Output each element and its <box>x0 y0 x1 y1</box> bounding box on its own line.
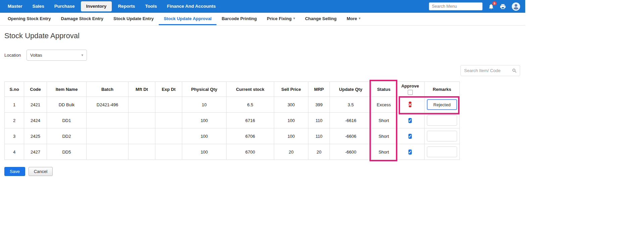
tab-label: More <box>347 16 357 21</box>
approve-checkbox[interactable]: ✓ <box>408 118 412 123</box>
approve-checkbox[interactable]: ✓ <box>408 134 412 139</box>
col-code: Code <box>24 82 47 97</box>
save-button[interactable]: Save <box>4 167 25 176</box>
col-sell-price: Sell Price <box>274 82 308 97</box>
cell-exp-dt <box>155 97 182 113</box>
nav-inventory[interactable]: Inventory <box>81 2 112 11</box>
cell-update-qty: -6606 <box>330 128 372 144</box>
cell-status: Short <box>372 144 396 160</box>
col-sno: S.no <box>5 82 24 97</box>
cell-approve: ✓ <box>396 113 425 128</box>
tab-label: Damage Stock Entry <box>61 16 103 21</box>
nav-reports[interactable]: Reports <box>113 0 140 13</box>
cell-mft-dt <box>129 97 155 113</box>
cell-current-stock: 6700 <box>227 144 274 160</box>
top-navigation: Master Sales Purchase Inventory Reports … <box>0 0 525 13</box>
remarks-input[interactable] <box>427 99 457 110</box>
nav-finance-and-accounts[interactable]: Finance And Accounts <box>162 0 220 13</box>
nav-tools[interactable]: Tools <box>140 0 162 13</box>
cell-physical-qty: 100 <box>182 144 227 160</box>
remarks-input[interactable] <box>427 115 457 126</box>
table-row: 4 2427 DD5 100 6700 20 20 -6600 Short ✓ <box>5 144 460 160</box>
tab-stock-update-approval[interactable]: Stock Update Approval <box>159 13 217 25</box>
cell-batch: D2421-496 <box>87 97 129 113</box>
col-batch: Batch <box>87 82 129 97</box>
cell-mrp: 20 <box>308 144 330 160</box>
cell-current-stock: 6.5 <box>227 97 274 113</box>
location-selected-value: Voltas <box>30 53 42 58</box>
tab-label: Stock Update Approval <box>164 16 212 21</box>
col-remarks: Remarks <box>425 82 460 97</box>
page-title: Stock Update Approval <box>4 32 525 40</box>
cell-exp-dt <box>155 128 182 144</box>
cell-code: 2421 <box>24 97 47 113</box>
notifications-button[interactable]: 5 <box>488 3 494 10</box>
cell-current-stock: 6706 <box>227 128 274 144</box>
cell-item-name: DD1 <box>47 113 87 128</box>
cell-approve: ✓ <box>396 128 425 144</box>
tab-opening-stock-entry[interactable]: Opening Stock Entry <box>3 13 56 25</box>
approve-all-checkbox[interactable] <box>408 90 413 95</box>
table-row: 1 2421 DD Bulk D2421-496 10 6.5 300 399 … <box>5 97 460 113</box>
app-window: Master Sales Purchase Inventory Reports … <box>0 0 525 176</box>
nav-purchase[interactable]: Purchase <box>49 0 80 13</box>
stock-approval-table-region: S.no Code Item Name Batch Mft Dt Exp Dt … <box>4 81 460 160</box>
cancel-button[interactable]: Cancel <box>29 167 53 176</box>
cell-sell-price: 20 <box>274 144 308 160</box>
cell-code: 2424 <box>24 113 47 128</box>
table-header-row: S.no Code Item Name Batch Mft Dt Exp Dt … <box>5 82 460 97</box>
tab-label: Opening Stock Entry <box>8 16 51 21</box>
tab-price-fixing[interactable]: Price Fixing▾ <box>262 13 300 25</box>
reject-checkbox[interactable]: × <box>409 102 412 107</box>
col-status: Status <box>372 82 396 97</box>
cell-update-qty: 3.5 <box>330 97 372 113</box>
chevron-down-icon: ▾ <box>293 17 295 20</box>
remarks-input[interactable] <box>427 131 457 141</box>
cell-approve: × <box>396 97 425 113</box>
avatar-icon <box>511 2 521 11</box>
search-item-code-input[interactable] <box>464 68 512 73</box>
cell-mrp: 110 <box>308 113 330 128</box>
tab-damage-stock-entry[interactable]: Damage Stock Entry <box>56 13 108 25</box>
nav-master[interactable]: Master <box>3 0 28 13</box>
topnav-right-tools: 5 <box>429 2 522 11</box>
remarks-input[interactable] <box>427 147 457 157</box>
cell-physical-qty: 100 <box>182 113 227 128</box>
tab-barcode-printing[interactable]: Barcode Printing <box>216 13 262 25</box>
tab-label: Barcode Printing <box>221 16 257 21</box>
cell-batch <box>87 113 129 128</box>
tab-label: Change Selling <box>305 16 337 21</box>
location-select[interactable]: Voltas ▾ <box>27 50 87 61</box>
col-approve-label: Approve <box>401 83 419 89</box>
search-icon[interactable] <box>512 68 517 73</box>
tab-change-selling[interactable]: Change Selling <box>300 13 342 25</box>
tab-stock-update-entry[interactable]: Stock Update Entry <box>108 13 159 25</box>
col-exp-dt: Exp Dt <box>155 82 182 97</box>
cell-sno: 4 <box>5 144 24 160</box>
cell-status: Short <box>372 128 396 144</box>
tab-more[interactable]: More▾ <box>342 13 365 25</box>
nav-sales[interactable]: Sales <box>28 0 49 13</box>
item-search-box <box>460 65 520 76</box>
cell-item-name: DD2 <box>47 128 87 144</box>
print-button[interactable] <box>500 3 506 10</box>
col-mrp: MRP <box>308 82 330 97</box>
approve-checkbox[interactable]: ✓ <box>408 150 412 155</box>
location-label: Location <box>4 53 27 58</box>
cell-update-qty: -6600 <box>330 144 372 160</box>
user-avatar[interactable] <box>511 2 521 11</box>
search-menu-input[interactable] <box>429 2 483 10</box>
cell-code: 2427 <box>24 144 47 160</box>
cell-mrp: 110 <box>308 128 330 144</box>
col-approve: Approve <box>396 82 425 97</box>
cell-status: Excess <box>372 97 396 113</box>
cell-sno: 2 <box>5 113 24 128</box>
col-current-stock: Current stock <box>227 82 274 97</box>
location-row: Location Voltas ▾ <box>4 50 525 61</box>
cell-status: Short <box>372 113 396 128</box>
cell-remarks <box>425 113 460 128</box>
cell-exp-dt <box>155 113 182 128</box>
cell-code: 2425 <box>24 128 47 144</box>
cell-batch <box>87 128 129 144</box>
cell-physical-qty: 100 <box>182 128 227 144</box>
